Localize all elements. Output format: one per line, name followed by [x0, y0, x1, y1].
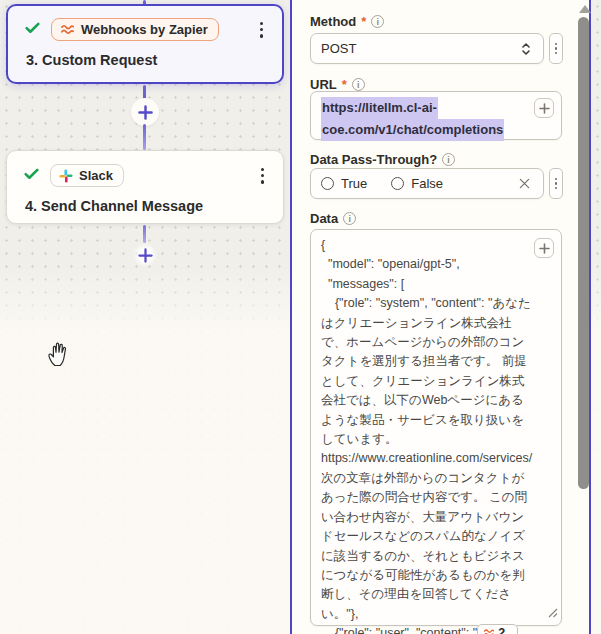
radio-option-false[interactable]: False: [391, 176, 443, 191]
zapier-editor-screen: Webhooks by Zapier 3. Custom Request: [0, 0, 601, 634]
radio-true-icon[interactable]: [321, 177, 334, 190]
data-field-label: Data: [310, 211, 356, 226]
app-pill-webhooks[interactable]: Webhooks by Zapier: [51, 18, 219, 41]
insert-data-button[interactable]: [534, 98, 554, 118]
step-menu-kebab-icon[interactable]: [253, 17, 270, 43]
resize-grip-icon[interactable]: [548, 604, 558, 622]
step-title: 3. Custom Request: [8, 43, 282, 68]
canvas-right-strip: [591, 0, 601, 634]
step-status-check-icon: [24, 19, 41, 40]
info-icon[interactable]: [371, 15, 384, 28]
url-input[interactable]: https://litellm.cl-ai- coe.com/v1/chat/c…: [310, 91, 562, 140]
info-icon[interactable]: [352, 78, 365, 91]
method-selected-value: POST: [321, 41, 356, 56]
plus-icon: [138, 105, 153, 120]
scroll-up-arrow-icon[interactable]: [579, 5, 591, 13]
webhook-icon: [483, 627, 495, 634]
slack-icon: [59, 169, 73, 183]
url-field-label: URL*: [310, 77, 365, 92]
plus-icon: [138, 248, 153, 263]
insert-data-button[interactable]: [534, 238, 554, 258]
data-pass-through-kebab[interactable]: [549, 168, 563, 199]
required-mark: *: [342, 77, 347, 92]
data-json-content: { "model": "openai/gpt-5", "messages": […: [321, 236, 533, 634]
radio-false-icon[interactable]: [391, 177, 404, 190]
url-value-line2: coe.com/v1/chat/completions: [321, 119, 504, 141]
clear-selection-icon[interactable]: [516, 175, 533, 192]
radio-option-true[interactable]: True: [321, 176, 367, 191]
select-sort-icon: [519, 41, 533, 57]
step-config-panel: Method* POST URL* https://litellm.cl-ai-…: [290, 0, 591, 634]
info-icon[interactable]: [442, 153, 455, 166]
connector-line: [143, 225, 146, 243]
webhook-icon: [60, 22, 75, 37]
step-menu-kebab-icon[interactable]: [254, 163, 271, 189]
data-pass-through-label: Data Pass-Through?: [310, 152, 455, 167]
data-pass-through-field[interactable]: True False: [310, 168, 544, 199]
plus-icon: [539, 243, 550, 254]
step-card-custom-request[interactable]: Webhooks by Zapier 3. Custom Request: [6, 4, 284, 84]
required-mark: *: [361, 14, 366, 29]
add-step-button[interactable]: [131, 98, 159, 126]
app-pill-label: Slack: [79, 168, 113, 183]
method-field-label: Method*: [310, 14, 384, 29]
plus-icon: [539, 103, 550, 114]
connector-line: [143, 124, 146, 150]
app-pill-label: Webhooks by Zapier: [81, 22, 208, 37]
data-textarea[interactable]: { "model": "openai/gpt-5", "messages": […: [310, 229, 562, 626]
panel-scrollbar-thumb[interactable]: [578, 17, 589, 489]
method-options-kebab[interactable]: [549, 33, 563, 64]
app-pill-slack[interactable]: Slack: [50, 164, 124, 187]
hand-cursor-icon: [46, 340, 69, 371]
method-select[interactable]: POST: [310, 33, 544, 64]
add-step-button[interactable]: [133, 243, 157, 267]
workflow-canvas[interactable]: Webhooks by Zapier 3. Custom Request: [0, 0, 290, 634]
step-status-check-icon: [23, 165, 40, 186]
step-title: 4. Send Channel Message: [7, 189, 283, 214]
url-value-line1: https://litellm.cl-ai-: [321, 97, 438, 119]
info-icon[interactable]: [343, 212, 356, 225]
step-card-send-channel-message[interactable]: Slack 4. Send Channel Message: [6, 150, 284, 224]
